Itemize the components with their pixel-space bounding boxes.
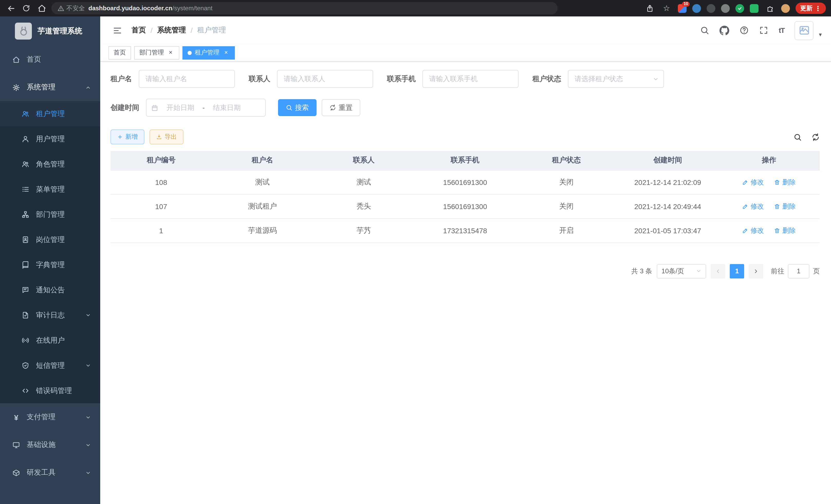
sidebar-item-user[interactable]: 用户管理: [0, 126, 100, 152]
extension-blue-icon[interactable]: [692, 4, 701, 12]
avatar-caret-down-icon[interactable]: ▾: [819, 31, 822, 40]
export-button[interactable]: 导出: [149, 129, 183, 144]
reset-button[interactable]: 重置: [322, 99, 360, 116]
main-area: 首页 / 系统管理 / 租户管理 tT ▾ 首页: [100, 17, 831, 504]
sidebar-item-error-code[interactable]: 错误码管理: [0, 378, 100, 403]
tab-home[interactable]: 首页: [109, 46, 131, 59]
sidebar-item-menu[interactable]: 菜单管理: [0, 177, 100, 202]
extension-gray-icon[interactable]: [721, 4, 730, 12]
breadcrumb-separator: /: [150, 26, 153, 34]
col-tenant-name: 租户名: [212, 151, 313, 170]
extension-green-square-icon[interactable]: [750, 4, 758, 12]
sidebar-item-system[interactable]: 系统管理: [0, 73, 100, 101]
toolbar-right: [794, 133, 820, 141]
sidebar-item-tenant[interactable]: 租户管理: [0, 101, 100, 126]
edit-button[interactable]: 修改: [742, 226, 764, 235]
extension-green-check-icon[interactable]: [736, 4, 744, 12]
page-size-value: 10条/页: [661, 266, 684, 276]
sidebar-item-notice[interactable]: 通知公告: [0, 277, 100, 303]
refresh-table-icon[interactable]: [811, 133, 820, 141]
tab-tenant[interactable]: 租户管理 ×: [182, 46, 235, 59]
browser-home-icon[interactable]: [36, 3, 47, 14]
breadcrumb-system[interactable]: 系统管理: [157, 26, 186, 35]
close-icon[interactable]: ×: [223, 49, 230, 56]
fullscreen-icon[interactable]: [759, 26, 769, 35]
sidebar-item-post[interactable]: 岗位管理: [0, 227, 100, 252]
sidebar-item-sms[interactable]: 短信管理: [0, 353, 100, 378]
edit-button[interactable]: 修改: [742, 202, 764, 211]
cell-actions: 修改 删除: [718, 194, 820, 218]
header-search-icon[interactable]: [700, 26, 710, 35]
tenant-name-input[interactable]: [139, 70, 235, 88]
filter-row-2: 创建时间 - 搜索 重置: [111, 99, 820, 117]
end-date-input[interactable]: [207, 104, 247, 112]
help-icon[interactable]: [740, 26, 749, 35]
sidebar-item-online-user[interactable]: 在线用户: [0, 328, 100, 353]
sidebar-item-infra[interactable]: 基础设施: [0, 431, 100, 459]
toggle-search-icon[interactable]: [794, 133, 802, 141]
bookmark-star-icon[interactable]: ☆: [661, 3, 672, 14]
tab-label: 首页: [114, 48, 126, 57]
user-avatar[interactable]: [795, 21, 814, 40]
sidebar-item-dept[interactable]: 部门管理: [0, 202, 100, 227]
page-number-button[interactable]: 1: [730, 264, 744, 278]
address-bar[interactable]: 不安全 dashboard.yudao.iocoder.cn/system/te…: [51, 2, 557, 14]
extension-dark-icon[interactable]: [707, 4, 715, 12]
sidebar-item-dev-tools[interactable]: 研发工具: [0, 459, 100, 486]
breadcrumb-home[interactable]: 首页: [132, 26, 146, 35]
reset-button-label: 重置: [339, 103, 352, 112]
tab-dept[interactable]: 部门管理 ×: [134, 46, 179, 59]
sidebar-item-label: 部门管理: [36, 210, 65, 219]
sidebar-item-payment[interactable]: ¥ 支付管理: [0, 403, 100, 431]
search-button[interactable]: 搜索: [278, 99, 317, 116]
profile-avatar[interactable]: [781, 4, 790, 12]
cell-tenant-id: 108: [111, 170, 212, 194]
status-select[interactable]: 请选择租户状态: [568, 70, 664, 88]
cell-status: 开启: [516, 218, 617, 242]
delete-button[interactable]: 删除: [774, 178, 796, 187]
sidebar-item-audit-log[interactable]: 审计日志: [0, 303, 100, 328]
plus-icon: [117, 134, 123, 140]
box-icon: [12, 469, 20, 476]
security-warning[interactable]: 不安全: [58, 4, 85, 12]
kebab-menu-icon[interactable]: ⋮: [814, 4, 821, 12]
browser-reload-icon[interactable]: [21, 3, 32, 14]
browser-back-icon[interactable]: [5, 3, 17, 14]
phone-input[interactable]: [423, 70, 519, 88]
cell-phone: 15601691300: [414, 170, 516, 194]
prev-page-button[interactable]: [711, 264, 725, 278]
extension-grid-icon[interactable]: 10: [678, 4, 687, 12]
date-range-picker[interactable]: -: [146, 99, 266, 117]
select-placeholder: 请选择租户状态: [575, 74, 623, 84]
page-size-select[interactable]: 10条/页: [657, 264, 706, 278]
goto-page-input[interactable]: [788, 264, 809, 278]
extensions-puzzle-icon[interactable]: [764, 3, 775, 14]
refresh-icon: [329, 104, 336, 111]
table-header-row: 租户编号 租户名 联系人 联系手机 租户状态 创建时间 操作: [111, 151, 820, 170]
sidebar-item-role[interactable]: 角色管理: [0, 152, 100, 177]
filter-contact: 联系人: [249, 70, 373, 88]
start-date-input[interactable]: [160, 104, 200, 112]
sidebar-collapse-icon[interactable]: [113, 25, 122, 35]
add-button[interactable]: 新增: [111, 129, 144, 144]
filter-create-time: 创建时间 -: [111, 99, 266, 117]
sidebar-item-label: 在线用户: [36, 336, 65, 345]
pagination: 共 3 条 10条/页 1 前往 页: [111, 264, 820, 278]
extension-badge: 10: [682, 1, 690, 6]
sidebar-item-home[interactable]: 首页: [0, 46, 100, 73]
edit-button[interactable]: 修改: [742, 178, 764, 187]
next-page-button[interactable]: [749, 264, 763, 278]
chevron-down-icon: [653, 76, 659, 82]
delete-button[interactable]: 删除: [774, 202, 796, 211]
share-icon[interactable]: [644, 3, 655, 14]
close-icon[interactable]: ×: [167, 49, 174, 56]
github-icon[interactable]: [720, 25, 729, 35]
delete-button[interactable]: 删除: [774, 226, 796, 235]
browser-update-button[interactable]: 更新 ⋮: [796, 3, 826, 14]
logo[interactable]: 芋道管理系统: [0, 17, 100, 46]
document-icon: [22, 312, 29, 319]
sidebar-item-dict[interactable]: 字典管理: [0, 252, 100, 277]
goto-prefix: 前往: [771, 266, 784, 276]
font-size-icon[interactable]: tT: [779, 26, 784, 34]
contact-input[interactable]: [277, 70, 373, 88]
